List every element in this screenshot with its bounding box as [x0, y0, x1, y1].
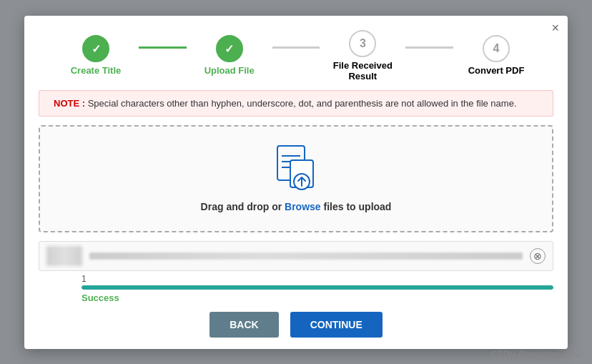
step-convert-pdf: 4 Convert PDF — [453, 35, 539, 76]
step-file-received: 3 File Received Result — [320, 30, 405, 82]
back-button[interactable]: BACK — [209, 312, 278, 338]
file-thumbnail — [46, 246, 82, 266]
file-name-blurred — [89, 252, 523, 260]
watermark: CSDN @amazing-yaner — [491, 350, 583, 360]
progress-row: 1 — [82, 274, 553, 290]
dropzone[interactable]: Drag and drop or Browse files to upload — [39, 125, 553, 232]
step-4-label: Convert PDF — [468, 65, 525, 76]
uploaded-file-row: ⊗ — [39, 241, 553, 271]
dropzone-text: Drag and drop or Browse files to upload — [201, 201, 392, 212]
success-label: Success — [82, 292, 568, 303]
progress-bar-track — [82, 285, 553, 290]
step-2-circle: ✓ — [216, 35, 243, 62]
stepper: ✓ Create Title ✓ Upload File 3 File Rece… — [24, 16, 568, 90]
continue-button[interactable]: CONTINUE — [290, 312, 383, 338]
connector-1 — [139, 46, 187, 49]
dropzone-suffix: files to upload — [321, 201, 392, 212]
step-1-label: Create Title — [71, 65, 122, 76]
progress-number: 1 — [82, 274, 553, 284]
modal-footer: BACK CONTINUE — [24, 303, 568, 338]
step-3-circle: 3 — [349, 30, 376, 57]
note-text: Special characters other than hyphen, un… — [88, 98, 517, 109]
modal-overlay: × ✓ Create Title ✓ Upload File 3 File Re… — [0, 0, 592, 364]
step-1-circle: ✓ — [82, 35, 109, 62]
step-4-circle: 4 — [483, 35, 510, 62]
note-bar: NOTE : Special characters other than hyp… — [39, 90, 553, 117]
file-remove-button[interactable]: ⊗ — [530, 248, 546, 264]
progress-bar-fill — [82, 285, 553, 290]
connector-3 — [405, 46, 453, 49]
step-2-label: Upload File — [204, 65, 255, 76]
drag-drop-text: Drag and drop or — [201, 201, 285, 212]
note-label: NOTE : — [54, 98, 85, 109]
step-3-label: File Received Result — [320, 60, 405, 82]
upload-file-icon — [275, 144, 317, 194]
browse-link[interactable]: Browse — [285, 201, 321, 212]
connector-2 — [272, 46, 320, 49]
step-create-title: ✓ Create Title — [53, 35, 139, 76]
close-button[interactable]: × — [551, 21, 559, 34]
step-upload-file: ✓ Upload File — [187, 35, 272, 76]
modal-dialog: × ✓ Create Title ✓ Upload File 3 File Re… — [24, 16, 568, 349]
